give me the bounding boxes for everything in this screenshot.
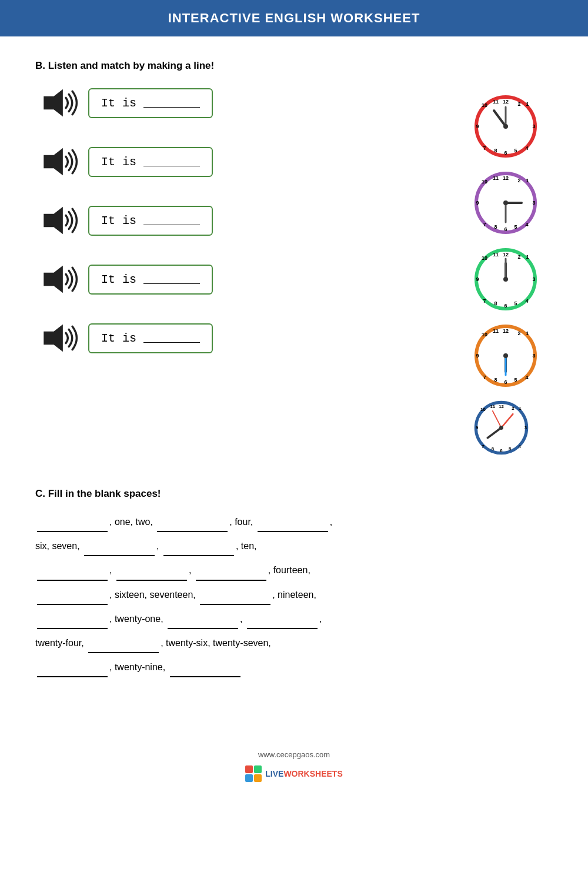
svg-text:10: 10 (482, 332, 487, 337)
it-is-text-4: It is ________ (101, 273, 200, 286)
blank-3-1[interactable] (37, 559, 108, 580)
svg-text:2: 2 (512, 406, 514, 411)
blank-5-3[interactable] (247, 607, 318, 629)
right-column: 12 1 3 4 6 7 9 10 2 5 8 11 (459, 82, 553, 470)
blank-7-2[interactable] (170, 656, 240, 677)
svg-text:8: 8 (494, 148, 497, 153)
svg-text:2: 2 (517, 330, 520, 336)
clock-4: 12 1 3 4 6 7 9 10 2 5 8 11 (473, 323, 538, 388)
clock-wrapper-4: 12 1 3 4 6 7 9 10 2 5 8 11 (473, 317, 538, 394)
listen-row-5: It is ________ (35, 317, 459, 359)
fill-line-3: , , , fourteen, (35, 559, 553, 580)
svg-text:9: 9 (476, 276, 479, 282)
blank-7-1[interactable] (37, 656, 108, 677)
clock-1: 12 1 3 4 6 7 9 10 2 5 8 11 (473, 94, 538, 159)
svg-text:1: 1 (526, 330, 529, 336)
blank-4-2[interactable] (200, 583, 270, 605)
svg-text:1: 1 (526, 254, 529, 260)
blank-5-2[interactable] (168, 607, 238, 629)
blank-3-2[interactable] (116, 559, 187, 580)
svg-text:11: 11 (493, 175, 499, 181)
svg-text:2: 2 (517, 101, 520, 107)
svg-text:3: 3 (524, 425, 527, 430)
svg-text:7: 7 (483, 222, 486, 228)
speaker-button-5[interactable] (35, 317, 82, 359)
svg-text:10: 10 (482, 179, 487, 185)
listen-row-3: It is ________ (35, 200, 459, 241)
liveworksheets-logo: LIVEWORKSHEETS (245, 765, 342, 782)
svg-text:4: 4 (525, 222, 528, 228)
speaker-button-4[interactable] (35, 259, 82, 300)
svg-text:3: 3 (532, 200, 535, 206)
svg-text:3: 3 (532, 353, 535, 359)
clock-3: 12 1 3 4 6 7 9 10 2 5 8 11 (473, 247, 538, 312)
blank-1-3[interactable] (258, 510, 328, 532)
svg-marker-1 (44, 148, 63, 175)
svg-text:1: 1 (519, 406, 522, 411)
svg-text:5: 5 (514, 300, 517, 306)
blank-6-1[interactable] (88, 631, 159, 653)
svg-text:10: 10 (482, 102, 487, 108)
svg-text:10: 10 (480, 407, 486, 412)
svg-text:8: 8 (494, 300, 497, 306)
blank-5-1[interactable] (37, 607, 108, 629)
svg-text:5: 5 (509, 446, 512, 452)
lw-sq-orange (254, 774, 262, 782)
svg-text:6: 6 (504, 379, 507, 385)
it-is-box-1[interactable]: It is ________ (88, 88, 213, 118)
svg-text:3: 3 (532, 123, 535, 129)
clock-wrapper-1: 12 1 3 4 6 7 9 10 2 5 8 11 (473, 88, 538, 165)
fill-line-1: , one, two, , four, , (35, 510, 553, 532)
listen-row-4: It is ________ (35, 259, 459, 300)
it-is-text-5: It is ________ (101, 332, 200, 345)
section-c-title: C. Fill in the blank spaces! (35, 488, 553, 500)
fill-line-5: , twenty-one, , , (35, 607, 553, 629)
blank-4-1[interactable] (37, 583, 108, 605)
svg-text:12: 12 (503, 175, 509, 181)
svg-text:6: 6 (504, 226, 507, 232)
svg-text:5: 5 (514, 377, 517, 383)
svg-text:4: 4 (525, 298, 528, 304)
fill-line-4: , sixteen, seventeen, , nineteen, (35, 583, 553, 605)
svg-text:6: 6 (504, 303, 507, 309)
svg-text:8: 8 (492, 446, 495, 452)
lw-live-text: LIVE (265, 769, 283, 778)
header-bar: INTERACTIVE ENGLISH WORKSHEET (0, 0, 588, 36)
svg-text:1: 1 (526, 101, 529, 107)
it-is-box-5[interactable]: It is ________ (88, 323, 213, 353)
fill-line-2: six, seven, , , ten, (35, 534, 553, 556)
lw-sq-blue (245, 774, 253, 782)
svg-text:2: 2 (517, 178, 520, 183)
svg-text:12: 12 (503, 252, 509, 258)
section-c: C. Fill in the blank spaces! , one, two,… (35, 488, 553, 677)
lw-worksheets-text: WORKSHEETS (283, 769, 342, 778)
svg-text:12: 12 (503, 328, 509, 334)
speaker-button-2[interactable] (35, 141, 82, 182)
svg-text:7: 7 (483, 298, 486, 304)
svg-text:4: 4 (525, 145, 528, 151)
svg-text:7: 7 (483, 145, 486, 151)
svg-text:3: 3 (532, 276, 535, 282)
section-b-title: B. Listen and match by making a line! (35, 60, 553, 72)
clock-5: 12 1 3 4 6 7 9 10 2 5 8 11 (473, 400, 538, 464)
blank-3-3[interactable] (196, 559, 266, 580)
it-is-box-3[interactable]: It is ________ (88, 206, 213, 236)
clock-2: 12 1 3 4 6 7 9 10 2 5 8 11 (473, 170, 538, 235)
clock-wrapper-5: 12 1 3 4 6 7 9 10 2 5 8 11 (473, 394, 538, 470)
svg-text:11: 11 (493, 99, 499, 105)
svg-text:1: 1 (526, 178, 529, 183)
page-title: INTERACTIVE ENGLISH WORKSHEET (0, 11, 588, 26)
speaker-button-1[interactable] (35, 82, 82, 123)
blank-1-1[interactable] (37, 510, 108, 532)
svg-marker-2 (44, 207, 63, 234)
it-is-text-1: It is ________ (101, 96, 200, 110)
speaker-button-3[interactable] (35, 200, 82, 241)
blank-2-1[interactable] (84, 534, 155, 556)
it-is-box-2[interactable]: It is ________ (88, 147, 213, 177)
clock-wrapper-2: 12 1 3 4 6 7 9 10 2 5 8 11 (473, 165, 538, 241)
fill-line-7: , twenty-nine, (35, 656, 553, 677)
blank-2-2[interactable] (163, 534, 234, 556)
blank-1-2[interactable] (157, 510, 228, 532)
svg-point-52 (503, 277, 508, 282)
it-is-box-4[interactable]: It is ________ (88, 265, 213, 295)
